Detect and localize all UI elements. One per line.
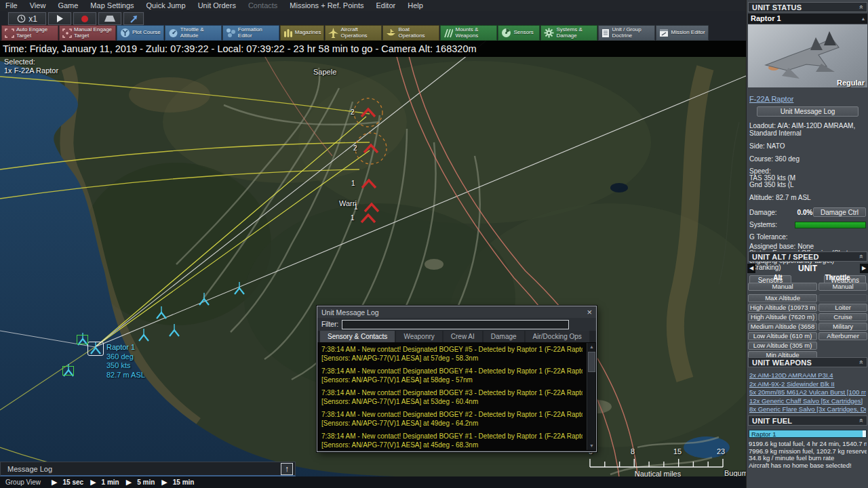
weapon-link[interactable]: 5x 20mm/85 M61A2 Vulcan Burst [100 rnds] — [749, 388, 866, 397]
step-15sec[interactable]: 15 sec — [52, 478, 83, 487]
step-label: 1 min — [102, 479, 119, 486]
menu-missions-ref-points[interactable]: Missions + Ref. Points — [290, 1, 363, 9]
unit-type-link[interactable]: F-22A Raptor — [749, 95, 793, 103]
message-list[interactable]: 7:38:14 AM - New contact! Designated BOG… — [317, 342, 596, 451]
menu-quick-jump[interactable]: Quick Jump — [146, 1, 186, 9]
unit-fuel-header[interactable]: UNIT FUEL » — [748, 415, 867, 426]
boat-operations-button[interactable]: Boat Operations — [382, 25, 439, 41]
group-view-label[interactable]: Group View — [5, 479, 41, 486]
jump-to-location-button[interactable] — [123, 12, 144, 25]
scroll-up-icon[interactable] — [587, 343, 596, 351]
damage-ctrl-button[interactable]: Damage Ctrl — [813, 207, 866, 217]
throttle-manual-button[interactable]: Manual — [818, 283, 867, 291]
step-15min[interactable]: 15 min — [161, 478, 194, 487]
weapon-link[interactable]: 2x AIM-120D AMRAAM P3I.4 — [749, 371, 866, 380]
throttle-loiter-button[interactable]: Loiter — [818, 304, 867, 312]
unit-status-header[interactable]: UNIT STATUS » — [748, 2, 867, 12]
selected-value: 1x F-22A Raptor — [4, 66, 58, 75]
filter-label: Filter: — [321, 321, 338, 328]
unit-message-log-button[interactable]: Unit Message Log — [757, 106, 859, 117]
mission-editor-button[interactable]: Mission Editor — [656, 25, 708, 41]
unit-alt-speed-header[interactable]: UNIT ALT / SPEED » — [748, 251, 867, 262]
toolbar-button-label: Aircraft Operations — [340, 27, 378, 39]
hostile-contact-marker[interactable]: 1 — [363, 202, 380, 213]
collapse-icon[interactable]: » — [858, 255, 865, 259]
friendly-air-icon[interactable] — [198, 293, 210, 306]
menu-editor[interactable]: Editor — [376, 1, 395, 9]
menu-file[interactable]: File — [5, 1, 18, 9]
tab-damage[interactable]: Damage — [484, 331, 524, 342]
magazines-button[interactable]: Magazines — [280, 25, 325, 41]
time-compression-button[interactable]: x1 — [8, 12, 46, 25]
tab-crew-ai[interactable]: Crew AI — [443, 331, 482, 342]
formation-editor-button[interactable]: Formation Editor — [222, 25, 279, 41]
dialog-filter-row: Filter: — [317, 318, 596, 331]
next-unit-icon[interactable]: ▶ — [860, 264, 868, 273]
throttle-military-button[interactable]: Military — [818, 323, 867, 331]
scrollbar-thumb[interactable] — [588, 352, 595, 372]
throttle-cruise-button[interactable]: Cruise — [818, 313, 867, 321]
menu-game[interactable]: Game — [58, 1, 78, 9]
scroll-down-icon[interactable]: ▼ — [859, 24, 867, 33]
tab-air-docking-ops[interactable]: Air/Docking Ops — [526, 331, 589, 342]
alt-medium-button[interactable]: Medium Altitude (3658 — [748, 323, 817, 331]
alt-high2-button[interactable]: High Altitude (7620 m) — [748, 313, 817, 321]
alt-high1-button[interactable]: High Altitude (10973 m — [748, 304, 817, 312]
scrollbar[interactable] — [587, 343, 595, 450]
step-5min[interactable]: 5 min — [126, 478, 155, 487]
collapse-icon[interactable]: » — [858, 361, 865, 365]
alt-throttle-grid: Manual Max Altitude High Altitude (10973… — [748, 283, 867, 359]
filter-input[interactable] — [342, 320, 569, 329]
hostile-contact-marker[interactable]: 2 — [362, 143, 380, 154]
weapon-link[interactable]: 8x Generic Flare Salvo [3x Cartridges, D… — [749, 405, 866, 414]
aircraft-operations-button[interactable]: Aircraft Operations — [325, 25, 382, 41]
unit-weapons-header[interactable]: UNIT WEAPONS » — [748, 357, 867, 367]
tab-weaponry[interactable]: Weaponry — [396, 331, 441, 342]
collapse-icon[interactable]: » — [858, 419, 865, 423]
unit-group-doctrine-button[interactable]: Unit / Group Doctrine — [598, 25, 655, 41]
record-button[interactable] — [73, 12, 96, 25]
alt-low2-button[interactable]: Low Altitude (305 m) — [748, 342, 817, 350]
friendly-air-icon[interactable] — [155, 306, 167, 320]
message-log-bar[interactable]: Message Log ↑ — [0, 462, 296, 476]
unit-message-log-dialog[interactable]: Unit Message Log × Filter: Sensory & Con… — [317, 306, 597, 452]
hostile-contact-marker[interactable]: 2 — [359, 107, 377, 118]
play-pause-button[interactable] — [48, 12, 71, 25]
menu-unit-orders[interactable]: Unit Orders — [198, 1, 236, 9]
alt-manual-button[interactable]: Manual — [748, 283, 817, 291]
friendly-air-icon[interactable] — [233, 282, 245, 296]
menu-view[interactable]: View — [30, 1, 46, 9]
alt-low1-button[interactable]: Low Altitude (610 m) — [748, 332, 817, 340]
weapon-link[interactable]: 12x Generic Chaff Salvo [5x Cartridges] — [749, 397, 866, 406]
prev-unit-icon[interactable]: ◀ — [747, 264, 755, 273]
menu-help[interactable]: Help — [408, 1, 423, 9]
sidebar-scrollbar[interactable]: ▲ ▼ — [859, 14, 867, 33]
toolbar-button-label: Sensors — [513, 30, 533, 36]
collapse-icon[interactable]: » — [858, 5, 865, 9]
log-message: 7:38:14 AM - New contact! Designated BOG… — [321, 346, 583, 363]
map-3d-view-button[interactable] — [98, 12, 121, 25]
tab-sensory-contacts[interactable]: Sensory & Contacts — [320, 331, 395, 342]
mounts-weapons-button[interactable]: Mounts & Weapons — [440, 25, 497, 41]
throttle-altitude-button[interactable]: Throttle & Altitude — [165, 25, 222, 41]
plot-course-button[interactable]: Plot Course — [117, 25, 164, 41]
hostile-contact-marker[interactable]: 1 — [359, 213, 377, 224]
systems-damage-button[interactable]: Systems & Damage — [540, 25, 597, 41]
weapon-link[interactable]: 2x AIM-9X-2 Sidewinder Blk II — [749, 380, 866, 389]
friendly-air-icon[interactable] — [138, 329, 150, 342]
alt-max-button[interactable]: Max Altitude — [748, 294, 817, 302]
step-1min[interactable]: 1 min — [90, 478, 119, 487]
menu-map-settings[interactable]: Map Settings — [90, 1, 134, 9]
throttle-afterburner-button[interactable]: Afterburner — [818, 332, 867, 340]
expand-up-icon[interactable]: ↑ — [281, 463, 293, 475]
scroll-up-icon[interactable]: ▲ — [859, 14, 867, 24]
sensors-button[interactable]: Sensors — [498, 25, 540, 41]
hostile-contact-marker[interactable]: 1 — [360, 178, 378, 189]
friendly-air-icon[interactable] — [168, 324, 180, 338]
close-icon[interactable]: × — [587, 308, 592, 317]
dialog-titlebar[interactable]: Unit Message Log × — [317, 306, 596, 318]
auto-engage-target-button[interactable]: Auto Engage Target — [1, 25, 58, 41]
manual-engage-target-button[interactable]: Manual Engage Target — [59, 25, 116, 41]
scroll-down-icon[interactable] — [587, 442, 596, 450]
loadout-text: Loadout: A/A: AIM-120D AMRAAM, Standard … — [749, 122, 866, 137]
